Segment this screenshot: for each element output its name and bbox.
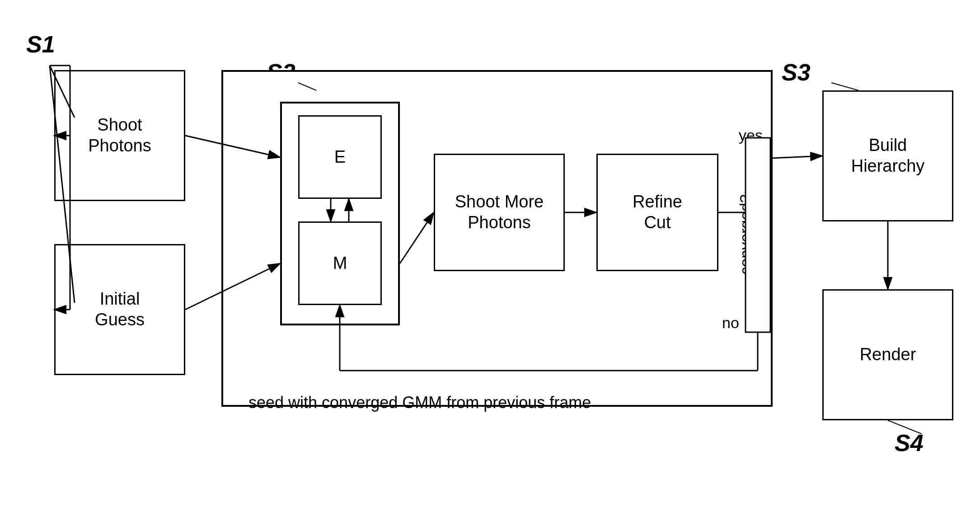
svg-line-7 bbox=[185, 263, 280, 310]
svg-rect-13 bbox=[746, 138, 770, 332]
diagram-svg bbox=[0, 0, 980, 522]
svg-line-22 bbox=[50, 66, 75, 118]
svg-line-19 bbox=[298, 83, 316, 90]
svg-line-10 bbox=[400, 212, 434, 263]
svg-line-20 bbox=[831, 83, 858, 90]
diagram: S1 S2 S3 S4 Progressive EM ShootPhotons … bbox=[0, 0, 980, 522]
svg-line-23 bbox=[50, 66, 75, 303]
svg-line-21 bbox=[888, 420, 922, 434]
svg-line-14 bbox=[770, 156, 822, 158]
svg-line-6 bbox=[185, 136, 280, 157]
